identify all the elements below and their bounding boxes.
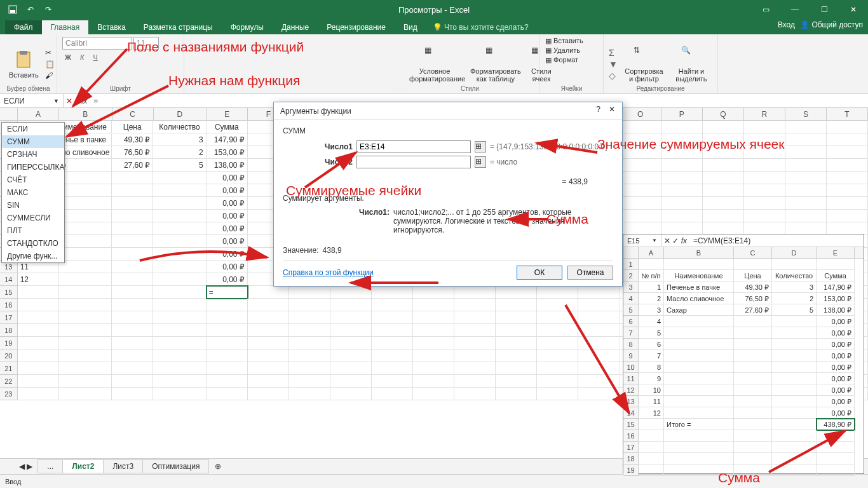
cell[interactable] xyxy=(785,172,827,184)
cell[interactable] xyxy=(59,248,112,261)
tab-data[interactable]: Данные xyxy=(273,20,318,34)
cell[interactable] xyxy=(827,197,868,210)
cell[interactable] xyxy=(18,362,59,375)
cell[interactable]: 1 xyxy=(639,281,664,293)
cell[interactable]: 0,00 ₽ xyxy=(817,350,855,362)
insert-cells-button[interactable]: ▦ Вставить xyxy=(545,37,583,45)
row-header[interactable]: 23 xyxy=(0,388,18,400)
cell[interactable] xyxy=(827,133,868,146)
tab-view[interactable]: Вид xyxy=(395,20,426,34)
cell[interactable]: 2 xyxy=(639,293,664,304)
select-all-corner[interactable] xyxy=(0,108,18,120)
row-header[interactable]: 15 xyxy=(0,286,18,299)
cell[interactable] xyxy=(153,184,206,197)
tab-file[interactable]: Файл xyxy=(5,20,42,34)
select-all-corner[interactable] xyxy=(623,247,639,258)
row-header[interactable]: 22 xyxy=(0,375,18,388)
cell[interactable]: 0,00 ₽ xyxy=(207,184,248,197)
cell[interactable] xyxy=(18,324,59,337)
cell[interactable] xyxy=(248,286,289,299)
cell[interactable] xyxy=(59,172,112,184)
cell[interactable] xyxy=(496,286,537,299)
cell[interactable] xyxy=(153,222,206,235)
cell[interactable] xyxy=(112,184,153,197)
cell[interactable] xyxy=(372,349,413,362)
cell[interactable] xyxy=(330,349,372,362)
cell[interactable] xyxy=(59,299,112,311)
row-header[interactable]: 17 xyxy=(0,311,18,324)
cell[interactable] xyxy=(248,337,289,349)
cell[interactable] xyxy=(112,197,153,210)
cell[interactable] xyxy=(664,396,734,407)
cell[interactable]: 138,00 ₽ xyxy=(817,304,855,316)
range-picker-icon[interactable]: ⊞ xyxy=(475,141,486,152)
cell[interactable] xyxy=(112,222,153,235)
row-header[interactable]: 14 xyxy=(0,273,18,286)
cell[interactable] xyxy=(827,184,868,197)
cell[interactable]: 7 xyxy=(639,350,664,362)
add-sheet-icon[interactable]: ⊕ xyxy=(208,462,227,471)
cell[interactable] xyxy=(785,159,827,172)
cell[interactable] xyxy=(330,375,372,388)
cell[interactable]: 147,90 ₽ xyxy=(207,133,248,146)
cell[interactable] xyxy=(734,259,772,270)
cell[interactable] xyxy=(112,286,153,299)
conditional-format-button[interactable]: ▦Условное форматирование xyxy=(405,44,464,84)
cell[interactable] xyxy=(112,311,153,324)
cell[interactable]: 76,50 ₽ xyxy=(734,293,772,304)
cell[interactable] xyxy=(153,324,206,337)
cell[interactable] xyxy=(772,350,817,362)
cell[interactable] xyxy=(59,235,112,248)
cell[interactable] xyxy=(413,337,454,349)
col-header[interactable]: P xyxy=(661,108,703,120)
cell[interactable] xyxy=(772,259,817,270)
cell[interactable] xyxy=(661,184,703,197)
cell[interactable] xyxy=(661,159,703,172)
cell[interactable] xyxy=(207,375,248,388)
function-list-item[interactable]: СТАНДОТКЛО xyxy=(2,237,64,250)
cell[interactable] xyxy=(664,259,734,270)
cell[interactable] xyxy=(59,273,112,286)
cell[interactable] xyxy=(496,337,537,349)
share-button[interactable]: 👤 Общий доступ xyxy=(800,20,863,29)
col-header[interactable]: S xyxy=(785,108,827,120)
paste-button[interactable]: Вставить xyxy=(5,48,43,80)
cell[interactable] xyxy=(372,299,413,311)
tab-home[interactable]: Главная xyxy=(42,20,89,34)
cell[interactable] xyxy=(454,375,496,388)
cell[interactable]: 153,00 ₽ xyxy=(817,293,855,304)
cell[interactable] xyxy=(827,172,868,184)
inset-formula[interactable]: =СУММ(E3:E14) xyxy=(689,236,864,245)
maximize-icon[interactable]: ☐ xyxy=(810,0,839,19)
sort-filter-button[interactable]: ⇅Сортировка и фильтр xyxy=(620,44,668,84)
cell[interactable] xyxy=(827,159,868,172)
cell[interactable] xyxy=(59,388,112,400)
cell[interactable]: 49,30 ₽ xyxy=(734,281,772,293)
cell[interactable] xyxy=(664,373,734,384)
tab-insert[interactable]: Вставка xyxy=(88,20,135,34)
function-list-item[interactable]: СРЗНАЧ xyxy=(2,148,64,161)
range-picker-icon[interactable]: ⊞ xyxy=(475,156,486,168)
cell[interactable] xyxy=(664,442,734,453)
cell[interactable] xyxy=(112,337,153,349)
cell[interactable] xyxy=(661,172,703,184)
function-list-item[interactable]: ПЛТ xyxy=(2,224,64,237)
cell[interactable] xyxy=(289,337,330,349)
cell[interactable]: 12 xyxy=(18,273,59,286)
cell[interactable] xyxy=(248,324,289,337)
cell[interactable] xyxy=(661,222,703,235)
tab-formulas[interactable]: Формулы xyxy=(222,20,273,34)
cell[interactable] xyxy=(153,286,206,299)
cell[interactable]: Сахар xyxy=(664,304,734,316)
cell[interactable] xyxy=(496,349,537,362)
cell[interactable] xyxy=(454,299,496,311)
cell[interactable] xyxy=(59,184,112,197)
cell[interactable] xyxy=(664,339,734,350)
cell[interactable]: 3 xyxy=(772,281,817,293)
cell[interactable] xyxy=(785,197,827,210)
cell[interactable] xyxy=(372,362,413,375)
cell[interactable] xyxy=(772,373,817,384)
cell[interactable] xyxy=(703,222,744,235)
cell[interactable] xyxy=(413,349,454,362)
cell[interactable]: Наименование xyxy=(664,270,734,281)
